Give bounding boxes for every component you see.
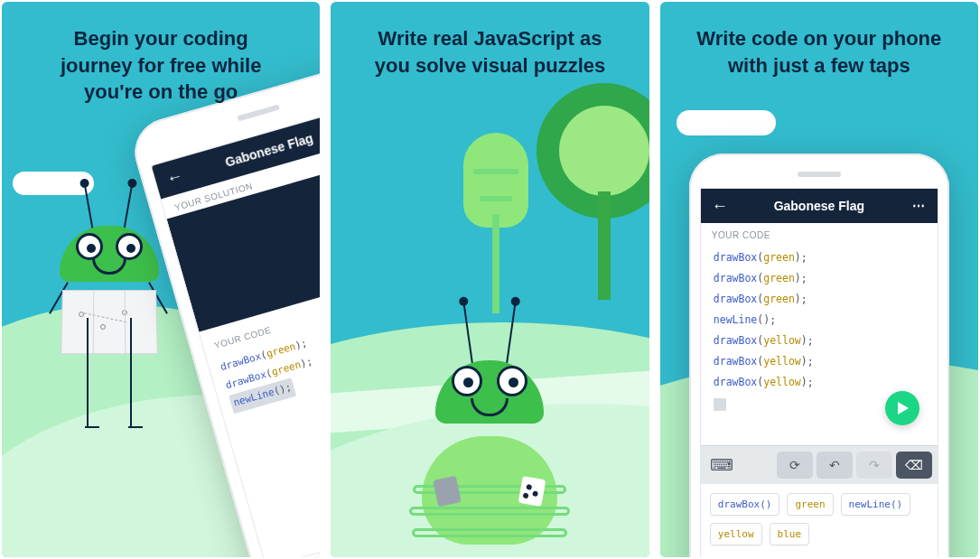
panel-headline: Write real JavaScript as you solve visua… bbox=[331, 2, 649, 88]
code-chip[interactable]: drawBox() bbox=[710, 493, 780, 516]
code-line[interactable]: drawBox(green); bbox=[714, 247, 925, 268]
code-line[interactable]: drawBox(green); bbox=[714, 289, 925, 310]
screen-title: Gabonese Flag bbox=[701, 199, 938, 213]
promo-panel-3: Write code on your phone with just a few… bbox=[660, 2, 978, 557]
code-line[interactable]: drawBox(yellow); bbox=[714, 372, 925, 393]
back-icon[interactable]: ← bbox=[712, 198, 728, 214]
code-chip-tray: drawBox()greennewLine()yellowblue bbox=[701, 484, 938, 554]
panel-headline: Begin your coding journey for free while… bbox=[2, 2, 320, 115]
grasshopper-mascot bbox=[399, 328, 580, 545]
code-line[interactable]: drawBox(green); bbox=[714, 268, 925, 289]
panel-headline: Write code on your phone with just a few… bbox=[660, 2, 978, 88]
undo-button[interactable]: ↶ bbox=[817, 452, 853, 479]
your-code-label: YOUR CODE bbox=[701, 223, 938, 244]
keyboard-icon[interactable]: ⌨ bbox=[706, 452, 737, 479]
tree-illustration bbox=[523, 83, 649, 300]
code-chip[interactable]: green bbox=[787, 493, 833, 516]
run-button[interactable] bbox=[885, 391, 919, 425]
phone-mockup-upright: ← Gabonese Flag ⋯ YOUR CODE drawBox(gree… bbox=[689, 154, 949, 557]
code-chip[interactable]: yellow bbox=[710, 523, 762, 545]
delete-button[interactable]: ⌫ bbox=[896, 452, 932, 479]
code-line[interactable]: drawBox(yellow); bbox=[714, 331, 925, 351]
code-chip[interactable]: blue bbox=[770, 523, 810, 545]
map-illustration bbox=[61, 290, 158, 354]
promo-panel-1: Begin your coding journey for free while… bbox=[2, 2, 320, 557]
code-chip[interactable]: newLine() bbox=[841, 493, 911, 516]
promo-panel-2: Write real JavaScript as you solve visua… bbox=[331, 2, 649, 557]
cursor bbox=[714, 398, 726, 411]
editor-toolbar: ⌨ ⟳ ↶ ↷ ⌫ bbox=[701, 445, 938, 484]
code-line[interactable]: drawBox(yellow); bbox=[714, 351, 925, 372]
refresh-button[interactable]: ⟳ bbox=[777, 452, 813, 479]
back-icon[interactable]: ← bbox=[164, 167, 184, 187]
more-icon[interactable]: ⋯ bbox=[912, 199, 927, 213]
redo-button[interactable]: ↷ bbox=[856, 452, 892, 479]
code-line[interactable]: newLine(); bbox=[714, 310, 925, 331]
